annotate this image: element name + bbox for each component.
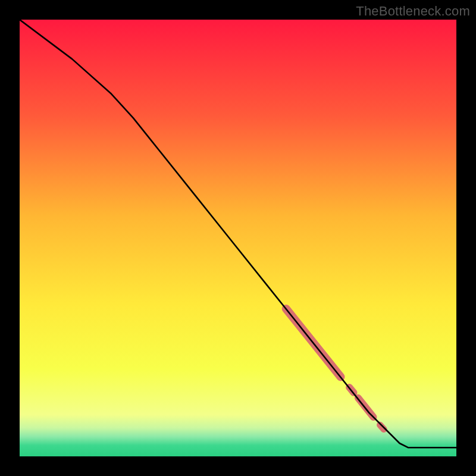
bottleneck-chart [20,20,456,456]
watermark-text: TheBottleneck.com [356,4,470,19]
chart-stage: TheBottleneck.com [0,0,476,476]
gradient-rect [20,20,456,456]
